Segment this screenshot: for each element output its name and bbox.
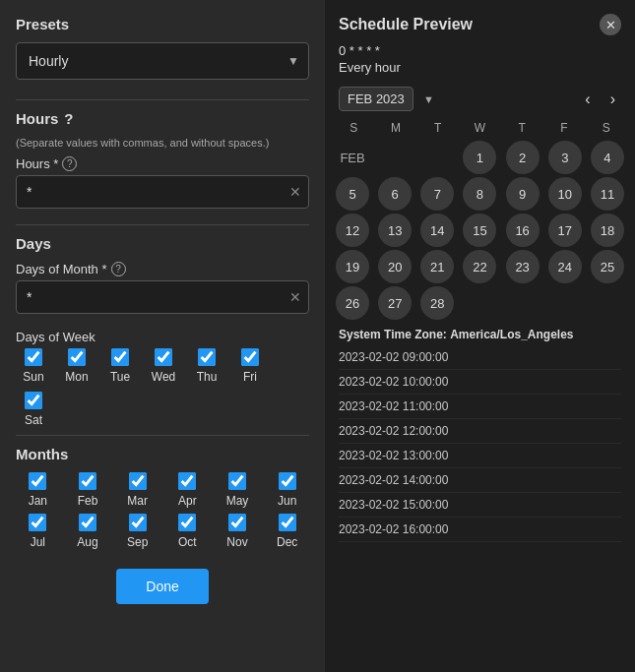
- calendar-cell[interactable]: [548, 286, 582, 320]
- days-of-month-input[interactable]: [16, 280, 309, 314]
- calendar-cell[interactable]: 26: [336, 286, 369, 320]
- month-may-checkbox[interactable]: [228, 472, 246, 490]
- dow-wed-checkbox[interactable]: [155, 348, 172, 366]
- months-label: Months: [16, 446, 309, 462]
- hours-field-help-icon[interactable]: ?: [62, 156, 77, 171]
- month-mar-checkbox[interactable]: [129, 472, 147, 490]
- schedule-list[interactable]: 2023-02-02 09:00:002023-02-02 10:00:0020…: [325, 345, 635, 672]
- month-apr-checkbox[interactable]: [178, 472, 196, 490]
- dow-mon-checkbox[interactable]: [68, 348, 86, 366]
- hours-input[interactable]: [16, 175, 309, 209]
- calendar-cell[interactable]: 14: [420, 214, 454, 247]
- next-month-button[interactable]: ›: [604, 89, 621, 110]
- calendar-cell[interactable]: 16: [506, 214, 540, 247]
- month-dec-checkbox[interactable]: [279, 514, 296, 531]
- days-of-month-clear-icon[interactable]: ✕: [289, 289, 301, 305]
- dow-sun-checkbox[interactable]: [25, 348, 42, 366]
- calendar-cell[interactable]: 19: [336, 250, 369, 283]
- calendar-cell[interactable]: 20: [378, 250, 412, 283]
- dow-fri: Fri: [232, 348, 268, 384]
- calendar-cell[interactable]: 4: [591, 141, 624, 174]
- divider-2: [16, 224, 309, 225]
- left-panel: Presets Hourly Daily Weekly Monthly Cust…: [0, 0, 325, 672]
- tz-value: America/Los_Angeles: [450, 328, 573, 341]
- month-feb: Feb: [66, 472, 110, 508]
- calendar-cell[interactable]: 21: [420, 250, 454, 283]
- dow-mon-label: Mon: [65, 370, 88, 384]
- cal-hdr-thu: T: [501, 119, 543, 137]
- month-jan-label: Jan: [29, 494, 47, 508]
- month-aug: Aug: [66, 514, 110, 549]
- month-nov-checkbox[interactable]: [228, 514, 246, 531]
- calendar-cell[interactable]: [420, 141, 454, 174]
- dow-thu-checkbox[interactable]: [198, 348, 216, 366]
- calendar-nav: FEB 2023 ▼ ‹ ›: [325, 83, 635, 115]
- calendar-cell[interactable]: 25: [591, 250, 624, 283]
- month-year-dropdown[interactable]: FEB 2023: [339, 87, 413, 111]
- dow-fri-checkbox[interactable]: [241, 348, 259, 366]
- calendar-grid: FEB1234567891011121314151617181920212223…: [333, 141, 627, 320]
- calendar-cell[interactable]: [506, 286, 540, 320]
- month-aug-label: Aug: [77, 535, 97, 549]
- presets-dropdown[interactable]: Hourly Daily Weekly Monthly Custom: [16, 42, 309, 80]
- timezone-label: System Time Zone: America/Los_Angeles: [325, 320, 635, 345]
- done-button[interactable]: Done: [116, 569, 208, 604]
- calendar-cell[interactable]: [378, 141, 412, 174]
- calendar-cell[interactable]: 23: [506, 250, 540, 283]
- calendar-cell[interactable]: 2: [506, 141, 540, 174]
- calendar-cell[interactable]: 18: [591, 214, 624, 247]
- dow-sun: Sun: [16, 348, 51, 384]
- calendar-cell[interactable]: 5: [336, 177, 369, 211]
- month-oct-checkbox[interactable]: [178, 514, 196, 531]
- calendar-cell[interactable]: 27: [378, 286, 412, 320]
- month-sep-checkbox[interactable]: [129, 514, 147, 531]
- hours-clear-icon[interactable]: ✕: [289, 184, 301, 200]
- calendar-cell[interactable]: 12: [336, 214, 369, 247]
- dow-sat-checkbox[interactable]: [25, 392, 42, 409]
- calendar-cell[interactable]: 8: [463, 177, 496, 211]
- prev-month-button[interactable]: ‹: [579, 89, 596, 110]
- calendar-cell[interactable]: [591, 286, 624, 320]
- cal-hdr-sun: S: [333, 119, 375, 137]
- calendar-cell[interactable]: 1: [463, 141, 496, 174]
- calendar-header: S M T W T F S: [333, 119, 627, 137]
- dow-tue-checkbox[interactable]: [111, 348, 129, 366]
- tz-prefix: System Time Zone:: [339, 328, 447, 341]
- close-button[interactable]: ✕: [600, 14, 621, 35]
- hours-help-icon[interactable]: ?: [64, 110, 73, 127]
- preview-title: Schedule Preview: [339, 16, 473, 33]
- calendar-cell[interactable]: 10: [548, 177, 582, 211]
- calendar-cell[interactable]: 11: [591, 177, 624, 211]
- month-feb-label: Feb: [78, 494, 98, 508]
- month-sep-label: Sep: [127, 535, 148, 549]
- calendar-cell[interactable]: 9: [506, 177, 540, 211]
- dow-sun-label: Sun: [23, 370, 43, 384]
- month-aug-checkbox[interactable]: [79, 514, 96, 531]
- calendar-cell[interactable]: 15: [463, 214, 496, 247]
- month-jul: Jul: [16, 514, 60, 549]
- calendar-cell[interactable]: FEB: [336, 141, 369, 174]
- calendar-cell[interactable]: 28: [420, 286, 454, 320]
- days-of-month-help-icon[interactable]: ?: [111, 262, 126, 276]
- dow-wed-label: Wed: [152, 370, 175, 384]
- dow-thu: Thu: [189, 348, 224, 384]
- divider-3: [16, 435, 309, 436]
- calendar-cell[interactable]: 22: [463, 250, 496, 283]
- cal-hdr-fri: F: [543, 119, 586, 137]
- dow-mon: Mon: [59, 348, 95, 384]
- month-nov-label: Nov: [226, 535, 247, 549]
- calendar-cell[interactable]: 13: [378, 214, 412, 247]
- schedule-item: 2023-02-02 10:00:00: [339, 370, 621, 395]
- calendar-cell[interactable]: 6: [378, 177, 412, 211]
- calendar-cell[interactable]: 17: [548, 214, 582, 247]
- presets-label: Presets: [16, 16, 309, 32]
- month-sep: Sep: [115, 514, 159, 549]
- month-feb-checkbox[interactable]: [79, 472, 96, 490]
- calendar-cell[interactable]: [463, 286, 496, 320]
- calendar-cell[interactable]: 3: [548, 141, 582, 174]
- month-jun-checkbox[interactable]: [279, 472, 296, 490]
- month-jan-checkbox[interactable]: [29, 472, 46, 490]
- calendar-cell[interactable]: 24: [548, 250, 582, 283]
- calendar-cell[interactable]: 7: [420, 177, 454, 211]
- month-jul-checkbox[interactable]: [29, 514, 46, 531]
